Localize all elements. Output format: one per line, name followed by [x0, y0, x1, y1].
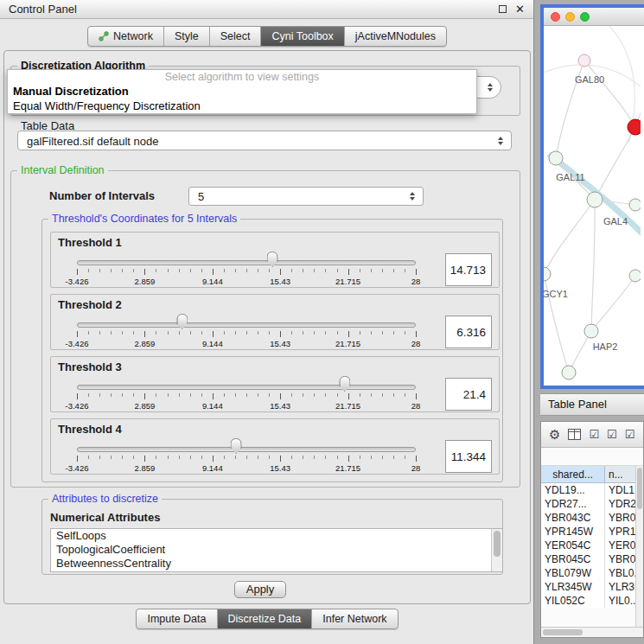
list-item[interactable]: SelfLoops [51, 529, 502, 543]
slider-ticks [77, 331, 416, 338]
float-window-icon[interactable] [499, 5, 507, 13]
tab-cyni-toolbox[interactable]: Cyni Toolbox [261, 27, 344, 46]
dropdown-option-equal-width[interactable]: Equal Width/Frequency Discretization [8, 99, 476, 113]
table-cell[interactable]: YER054C [541, 539, 605, 552]
table-cell[interactable]: YIL052C [541, 594, 605, 608]
gear-icon[interactable]: ⚙ [549, 428, 560, 441]
network-edge [584, 61, 635, 127]
control-panel-window: Control Panel ✕ Network Style Sel [0, 0, 534, 644]
table-row[interactable]: YER054C YER0... [541, 539, 643, 552]
list-scrollbar[interactable] [491, 529, 502, 571]
numerical-attributes-label: Numerical Attributes [50, 511, 160, 524]
slider-track[interactable] [77, 447, 416, 452]
network-canvas[interactable]: GAL80 GAL11 GAL4 GCY1 HAP2 [544, 26, 641, 386]
slider-scale: -3.4262.8599.14415.4321.71528 [77, 339, 416, 349]
scrollbar-thumb[interactable] [543, 629, 583, 635]
node-label-gcy1: GCY1 [544, 289, 568, 299]
list-item[interactable]: BetweennessCentrality [51, 557, 502, 571]
network-node-red[interactable] [628, 119, 641, 135]
network-edge [544, 200, 595, 274]
tab-impute-data[interactable]: Impute Data [137, 609, 217, 628]
threshold-3-slider[interactable]: -3.4262.8599.14415.4321.71528 [77, 374, 416, 412]
slider-track[interactable] [77, 385, 416, 390]
mac-zoom-icon[interactable] [580, 12, 590, 22]
checkbox-icon[interactable]: ☑ [607, 429, 617, 440]
network-node[interactable] [629, 199, 641, 211]
table-cell[interactable]: YDL19... [541, 483, 605, 497]
table-cell[interactable]: YDR27... [541, 497, 605, 511]
table-row[interactable]: YBR043C YBR0... [541, 511, 643, 525]
table-toolbar: ⚙ ☑ ☑ ☑ [541, 422, 643, 448]
table-vertical-scrollbar[interactable] [635, 466, 643, 627]
table-panel-header[interactable]: Table Panel [540, 393, 644, 416]
node-label-gal4: GAL4 [603, 216, 628, 226]
table-row[interactable]: YPR145W YPR1... [541, 525, 643, 539]
table-horizontal-scrollbar[interactable] [541, 627, 643, 637]
slider-track[interactable] [77, 322, 416, 328]
dropdown-option-manual-discretization[interactable]: Manual Discretization [8, 84, 476, 99]
threshold-1-slider[interactable]: -3.4262.8599.14415.4321.71528 [77, 250, 416, 288]
bottom-tab-bar: Impute Data Discretize Data Infer Networ… [136, 609, 398, 629]
table-cell[interactable]: YPR145W [541, 525, 605, 539]
threshold-2-value-field[interactable]: 6.316 [445, 316, 492, 348]
tab-style[interactable]: Style [164, 27, 210, 46]
close-icon[interactable]: ✕ [515, 3, 525, 16]
threshold-3-value-field[interactable]: 21.4 [445, 378, 492, 411]
table-row[interactable]: YLR345W YLR3... [541, 580, 643, 594]
network-icon [99, 31, 109, 41]
network-node[interactable] [629, 270, 641, 282]
table-panel-window: ⚙ ☑ ☑ ☑ shared... n... YDL19... YDL1... … [540, 421, 644, 638]
slider-track[interactable] [77, 260, 416, 265]
threshold-4-label: Threshold 4 [58, 423, 122, 436]
threshold-4-value-field[interactable]: 11.344 [445, 440, 492, 473]
scrollbar-thumb[interactable] [494, 531, 501, 557]
slider-ticks [77, 456, 416, 462]
interval-definition-title: Interval Definition [17, 164, 108, 176]
mac-minimize-icon[interactable] [565, 12, 575, 22]
list-item[interactable]: TopologicalCoefficient [51, 543, 502, 557]
network-node[interactable] [549, 151, 563, 165]
numerical-attributes-list: SelfLoops TopologicalCoefficient Between… [50, 528, 503, 572]
table-row[interactable]: YBR045C YBR0... [541, 552, 643, 566]
columns-icon[interactable] [568, 429, 581, 440]
table-cell[interactable]: YLR345W [541, 580, 605, 594]
apply-button[interactable]: Apply [234, 581, 286, 598]
network-node[interactable] [578, 54, 590, 67]
bottom-tab-row: Impute Data Discretize Data Infer Networ… [0, 609, 534, 629]
table-data-combobox[interactable]: galFiltered.sif default node [17, 131, 512, 150]
slider-scale: -3.4262.8599.14415.4321.71528 [77, 463, 416, 474]
threshold-4-panel: Threshold 4 -3.4262.8599.14415.4321.7152… [50, 418, 500, 475]
table-row[interactable]: YDL19... YDL1... [541, 483, 643, 497]
tab-jactivemnodules[interactable]: jActiveMNodules [345, 27, 446, 46]
column-header-shared[interactable]: shared... [541, 466, 605, 483]
slider-ticks [77, 393, 416, 400]
network-view-window: GAL80 GAL11 GAL4 GCY1 HAP2 [540, 4, 644, 389]
threshold-3-label: Threshold 3 [58, 360, 122, 373]
number-of-intervals-spinner[interactable]: 5 [188, 187, 424, 206]
scrollbar-thumb[interactable] [637, 468, 642, 509]
threshold-1-value-field[interactable]: 14.713 [445, 253, 492, 286]
table-row[interactable]: YDR27... YDR2... [541, 497, 643, 511]
network-node[interactable] [544, 267, 551, 281]
table-cell[interactable]: YBR045C [541, 552, 605, 566]
tab-network[interactable]: Network [88, 27, 164, 46]
table-cell[interactable]: YBR043C [541, 511, 605, 525]
table-row[interactable]: YIL052C YIL0... [541, 594, 643, 608]
window-title: Control Panel [9, 3, 490, 16]
checkbox-icon[interactable]: ☑ [589, 429, 599, 440]
threshold-4-slider[interactable]: -3.4262.8599.14415.4321.71528 [77, 437, 416, 475]
network-node[interactable] [587, 192, 603, 207]
tab-label: Impute Data [147, 613, 206, 625]
tab-select[interactable]: Select [210, 27, 262, 46]
network-node[interactable] [562, 366, 576, 379]
tab-discretize-data[interactable]: Discretize Data [218, 609, 313, 628]
checkbox-icon[interactable]: ☑ [625, 429, 635, 440]
network-node[interactable] [584, 324, 598, 338]
threshold-1-panel: Threshold 1 -3.4262.8599.14415.4321.7152… [50, 232, 500, 288]
threshold-2-slider[interactable]: -3.4262.8599.14415.4321.71528 [77, 312, 416, 350]
tab-infer-network[interactable]: Infer Network [312, 609, 397, 628]
app-root: Control Panel ✕ Network Style Sel [0, 0, 644, 644]
table-cell[interactable]: YBL079W [541, 566, 605, 580]
table-row[interactable]: YBL079W YBL0... [541, 566, 643, 580]
mac-close-icon[interactable] [551, 12, 560, 22]
